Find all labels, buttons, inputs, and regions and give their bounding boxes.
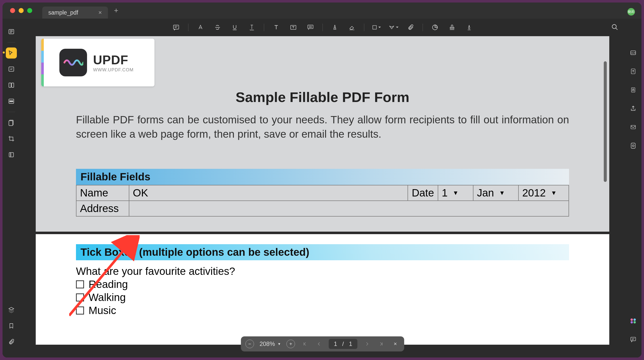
scrollbar-thumb[interactable] — [604, 61, 607, 182]
zoom-level[interactable]: 208% ▼ — [260, 340, 281, 347]
textbox-icon[interactable] — [288, 22, 298, 32]
zoom-in-button[interactable]: + — [287, 340, 295, 348]
zoom-out-button[interactable]: − — [246, 340, 254, 348]
stamp-icon[interactable] — [447, 22, 457, 32]
svg-rect-19 — [631, 88, 635, 92]
ocr-icon[interactable]: OCR — [628, 47, 639, 58]
page-sep: / — [342, 340, 344, 347]
bookmark-icon[interactable] — [6, 320, 17, 331]
next-page-button[interactable] — [363, 340, 371, 348]
chevron-down-icon: ▼ — [453, 189, 459, 196]
separator — [423, 24, 423, 31]
separator — [8, 42, 15, 42]
email-icon[interactable] — [628, 122, 639, 133]
organize-pages-icon[interactable] — [6, 80, 17, 91]
svg-rect-28 — [631, 337, 636, 341]
note-icon[interactable] — [171, 22, 181, 32]
date-year-select[interactable]: 2012 ▼ — [522, 187, 557, 199]
prev-page-button[interactable] — [315, 340, 323, 348]
ai-assistant-icon[interactable] — [628, 315, 639, 326]
new-tab-button[interactable]: + — [114, 6, 118, 15]
reader-mode-icon[interactable] — [6, 26, 17, 37]
callout-icon[interactable] — [305, 22, 315, 32]
svg-rect-3 — [12, 83, 14, 87]
user-avatar[interactable]: 晓莉 — [627, 8, 635, 16]
checkbox-walking[interactable] — [76, 293, 84, 301]
brand-card: UPDF WWW.UPDF.COM — [41, 39, 154, 86]
redact-icon[interactable] — [6, 96, 17, 107]
protect-icon[interactable] — [628, 84, 639, 95]
document-viewer[interactable]: UPDF WWW.UPDF.COM Sample Fillable PDF Fo… — [20, 36, 625, 357]
brand-stripe — [41, 39, 44, 86]
strikethrough-icon[interactable] — [213, 22, 223, 32]
date-year-cell: 2012 ▼ — [518, 185, 569, 201]
svg-text:OCR: OCR — [631, 52, 635, 54]
shape-icon[interactable] — [371, 22, 381, 32]
zoom-value: 208% — [260, 340, 275, 347]
separator — [188, 24, 188, 31]
attachment-icon[interactable] — [6, 336, 17, 347]
svg-point-27 — [633, 321, 636, 323]
page-total: 1 — [349, 340, 352, 347]
svg-point-26 — [631, 321, 633, 323]
first-page-button[interactable] — [301, 340, 309, 348]
eraser-icon[interactable] — [347, 22, 357, 32]
close-tab-icon[interactable]: × — [98, 9, 102, 16]
brand-site: WWW.UPDF.COM — [93, 67, 134, 73]
comments-panel-icon[interactable] — [628, 334, 639, 345]
highlight-icon[interactable] — [195, 22, 206, 32]
fullscreen-window-button[interactable] — [27, 8, 32, 13]
left-sidebar — [3, 19, 20, 357]
minimize-window-button[interactable] — [19, 8, 24, 13]
compress-icon[interactable] — [6, 149, 17, 160]
name-input[interactable] — [133, 187, 404, 199]
edit-pdf-icon[interactable] — [6, 64, 17, 75]
print-icon[interactable] — [628, 140, 639, 151]
section-tick-boxes: Tick Boxes (multiple options can be sele… — [76, 244, 569, 260]
chevron-down-icon: ▼ — [499, 189, 505, 196]
page-tools-icon[interactable] — [6, 117, 17, 128]
checkbox-reading[interactable] — [76, 280, 84, 288]
date-day-select[interactable]: 1 ▼ — [442, 187, 459, 199]
crop-icon[interactable] — [6, 133, 17, 144]
tab-title: sample_pdf — [48, 9, 78, 16]
date-day-value: 1 — [442, 187, 448, 199]
export-icon[interactable] — [628, 66, 639, 77]
date-month-select[interactable]: Jan ▼ — [477, 187, 505, 199]
body: UPDF WWW.UPDF.COM Sample Fillable PDF Fo… — [3, 19, 641, 357]
search-icon[interactable] — [610, 22, 620, 32]
signature-icon[interactable] — [464, 22, 474, 32]
section-fillable-fields: Fillable Fields — [76, 169, 569, 185]
app-window: sample_pdf × + 晓莉 — [3, 3, 641, 357]
svg-point-23 — [632, 145, 634, 147]
separator — [364, 24, 364, 31]
attach-file-icon[interactable] — [406, 22, 416, 32]
pencil-icon[interactable] — [330, 22, 340, 32]
checkbox-music-row: Music — [76, 304, 569, 317]
sticker-icon[interactable] — [430, 22, 440, 32]
close-bar-button[interactable]: × — [391, 340, 399, 348]
checkbox-music-label: Music — [89, 304, 116, 317]
squiggly-icon[interactable] — [247, 22, 257, 32]
checkbox-music[interactable] — [76, 306, 84, 315]
share-icon[interactable] — [628, 103, 639, 114]
date-label: Date — [408, 185, 438, 201]
page-indicator[interactable]: 1 / 1 — [329, 339, 357, 349]
comment-tool-icon[interactable] — [6, 47, 17, 59]
separator — [264, 24, 264, 31]
underline-icon[interactable] — [230, 22, 240, 32]
fields-table: Name Date 1 ▼ — [76, 185, 569, 217]
layers-icon[interactable] — [6, 304, 17, 315]
stamp-dropdown-icon[interactable] — [388, 22, 398, 32]
pdf-page-1-lower: Tick Boxes (multiple options can be sele… — [36, 234, 609, 345]
text-icon[interactable] — [271, 22, 281, 32]
tab-sample-pdf[interactable]: sample_pdf × — [42, 7, 108, 19]
address-input[interactable] — [133, 202, 565, 215]
annotation-toolbar — [20, 19, 625, 36]
close-window-button[interactable] — [10, 8, 15, 13]
last-page-button[interactable] — [377, 340, 385, 348]
brand-logo-icon — [59, 49, 87, 76]
svg-point-14 — [612, 25, 616, 29]
window-controls — [10, 8, 32, 13]
name-label: Name — [76, 185, 129, 201]
